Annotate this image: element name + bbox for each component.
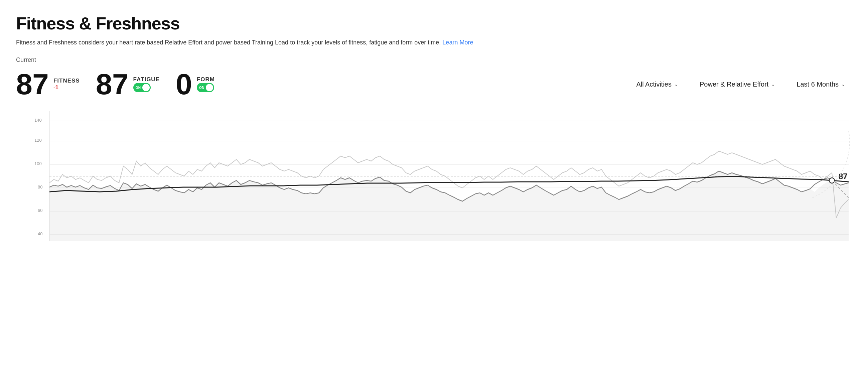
y-label-60: 60 [38, 208, 42, 213]
y-label-140: 140 [34, 118, 42, 123]
activities-chevron-icon: ⌄ [674, 82, 678, 87]
y-label-80: 80 [38, 184, 42, 189]
fitness-value: 87 [16, 69, 49, 99]
time-range-filter[interactable]: Last 6 Months ⌄ [790, 78, 852, 91]
activities-filter[interactable]: All Activities ⌄ [629, 78, 685, 91]
page-title: Fitness & Freshness [16, 13, 852, 33]
time-range-filter-label: Last 6 Months [797, 81, 839, 88]
fatigue-metric: 87 FATIGUE ON [96, 69, 160, 99]
form-toggle[interactable]: ON [197, 83, 214, 92]
current-value-label: 87 [839, 172, 848, 181]
metrics-and-filters-row: 87 FITNESS -1 87 FATIGUE ON 0 [16, 69, 852, 99]
y-label-40: 40 [38, 231, 42, 236]
chart-container: 140 120 100 80 60 40 87 [16, 104, 852, 245]
y-label-120: 120 [34, 138, 42, 143]
current-value-dot [829, 178, 835, 183]
fitness-change: -1 [54, 84, 80, 91]
fatigue-toggle-knob [142, 84, 150, 91]
page-description: Fitness and Freshness considers your hea… [16, 38, 852, 47]
metrics-section: 87 FITNESS -1 87 FATIGUE ON 0 [16, 69, 231, 99]
fatigue-toggle-on-label: ON [136, 86, 141, 90]
y-label-100: 100 [34, 161, 42, 166]
fatigue-info: FATIGUE ON [133, 76, 160, 92]
time-range-chevron-icon: ⌄ [841, 82, 845, 87]
form-info: FORM ON [197, 76, 215, 92]
metric-type-filter[interactable]: Power & Relative Effort ⌄ [693, 78, 782, 91]
filters-section: All Activities ⌄ Power & Relative Effort… [629, 78, 852, 91]
form-toggle-on-label: ON [199, 86, 205, 90]
learn-more-link[interactable]: Learn More [442, 39, 473, 46]
current-label: Current [16, 57, 852, 63]
form-label: FORM [197, 76, 215, 83]
metric-type-chevron-icon: ⌄ [771, 82, 775, 87]
description-text: Fitness and Freshness considers your hea… [16, 39, 441, 46]
fitness-info: FITNESS -1 [54, 78, 80, 91]
form-metric: 0 FORM ON [176, 69, 215, 99]
fatigue-toggle-container: ON [133, 83, 160, 92]
fatigue-value: 87 [96, 69, 129, 99]
metric-type-filter-label: Power & Relative Effort [700, 81, 769, 88]
fitness-label: FITNESS [54, 78, 80, 84]
fitness-area-fill [50, 171, 848, 241]
activities-filter-label: All Activities [636, 81, 672, 88]
form-value: 0 [176, 69, 192, 99]
form-toggle-knob [206, 84, 213, 91]
fatigue-label: FATIGUE [133, 76, 160, 83]
fatigue-toggle[interactable]: ON [133, 83, 151, 92]
fitness-metric: 87 FITNESS -1 [16, 69, 80, 99]
fitness-chart: 140 120 100 80 60 40 87 [16, 104, 852, 245]
form-toggle-container: ON [197, 83, 215, 92]
